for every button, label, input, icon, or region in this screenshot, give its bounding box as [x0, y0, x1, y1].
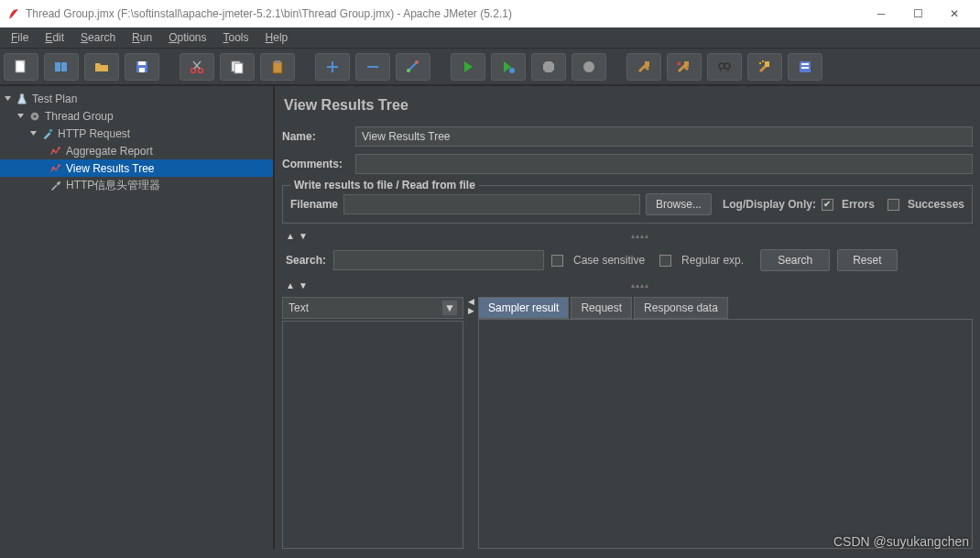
svg-rect-5 — [139, 68, 145, 72]
dropper-icon — [40, 126, 55, 141]
svg-rect-25 — [801, 67, 809, 69]
results-tree[interactable] — [282, 321, 463, 549]
menu-help[interactable]: Help — [258, 29, 296, 46]
renderer-selected: Text — [289, 301, 309, 314]
result-detail-body — [478, 319, 973, 549]
reset-search-button[interactable] — [747, 53, 782, 81]
collapse-bar-2[interactable]: ▲▼ ▴▴▴▴ — [282, 280, 973, 290]
comments-input[interactable] — [355, 154, 973, 174]
chevron-down-icon — [29, 129, 38, 137]
test-plan-tree[interactable]: Test Plan Thread Group HTTP Request Aggr… — [0, 86, 275, 549]
svg-point-27 — [33, 115, 37, 118]
triangle-left-icon: ◀ — [468, 297, 474, 306]
svg-point-19 — [724, 63, 730, 69]
search-button[interactable]: Search — [760, 249, 830, 271]
details-pane: View Results Tree Name: Comments: Write … — [275, 86, 980, 549]
name-label: Name: — [282, 130, 348, 143]
svg-rect-16 — [645, 61, 649, 67]
tree-node-viewresults[interactable]: View Results Tree — [0, 159, 273, 177]
successes-label: Successes — [908, 198, 964, 211]
svg-point-32 — [58, 164, 60, 167]
svg-rect-2 — [61, 62, 67, 71]
svg-rect-9 — [234, 63, 243, 73]
triangle-up-icon: ▲ — [286, 231, 295, 241]
start-no-pause-button[interactable] — [491, 53, 526, 81]
paste-button[interactable] — [260, 53, 295, 81]
shutdown-button[interactable] — [572, 53, 606, 81]
collapse-bar-1[interactable]: ▲▼ ▴▴▴▴ — [282, 231, 973, 240]
search-tree-button[interactable] — [707, 53, 742, 81]
clear-all-button[interactable] — [667, 53, 702, 81]
templates-button[interactable] — [44, 53, 79, 81]
case-sensitive-label: Case sensitive — [573, 254, 645, 267]
open-button[interactable] — [84, 53, 119, 81]
app-icon — [7, 7, 20, 20]
tab-response-data[interactable]: Response data — [634, 297, 728, 319]
reset-button[interactable]: Reset — [837, 249, 897, 271]
copy-button[interactable] — [220, 53, 255, 81]
menu-options[interactable]: Options — [161, 29, 213, 46]
collapse-button[interactable] — [355, 53, 390, 81]
logdisplay-label: Log/Display Only: — [723, 198, 816, 211]
filename-input[interactable] — [343, 194, 640, 214]
grip-icon: ▴▴▴▴ — [308, 232, 973, 240]
menu-tools[interactable]: Tools — [216, 29, 256, 46]
menu-search[interactable]: Search — [73, 29, 123, 46]
start-button[interactable] — [451, 53, 485, 81]
svg-point-12 — [407, 69, 410, 72]
triangle-down-icon: ▼ — [299, 231, 308, 241]
save-button[interactable] — [125, 53, 159, 81]
menu-edit[interactable]: Edit — [38, 29, 71, 46]
toolbar — [0, 48, 980, 86]
stop-button[interactable] — [531, 53, 566, 81]
search-input[interactable] — [333, 250, 544, 270]
triangle-up-icon: ▲ — [286, 280, 295, 290]
svg-point-30 — [58, 147, 60, 149]
svg-rect-24 — [801, 63, 809, 65]
clear-button[interactable] — [626, 53, 661, 81]
toggle-button[interactable] — [396, 53, 430, 81]
pane-title: View Results Tree — [284, 97, 973, 114]
svg-point-28 — [49, 128, 53, 132]
window-title: Thread Group.jmx (F:\softinstall\apache-… — [26, 7, 512, 20]
errors-label: Errors — [842, 198, 875, 211]
cut-button[interactable] — [180, 53, 214, 81]
triangle-down-icon: ▼ — [299, 280, 308, 290]
regex-label: Regular exp. — [681, 254, 744, 267]
successes-checkbox[interactable] — [887, 199, 899, 211]
tree-node-threadgroup[interactable]: Thread Group — [0, 107, 273, 125]
minimize-button[interactable]: ─ — [863, 0, 899, 27]
tree-node-httpheader[interactable]: HTTP信息头管理器 — [0, 177, 273, 194]
menu-run[interactable]: Run — [125, 29, 159, 46]
search-label: Search: — [286, 254, 326, 267]
tab-sampler-result[interactable]: Sampler result — [478, 297, 569, 319]
new-button[interactable] — [4, 53, 38, 81]
tree-node-aggregate[interactable]: Aggregate Report — [0, 142, 273, 159]
errors-checkbox[interactable] — [822, 199, 833, 211]
chart-icon — [49, 161, 63, 176]
tab-request[interactable]: Request — [571, 297, 632, 319]
menu-file[interactable]: File — [4, 29, 36, 46]
tree-node-httprequest[interactable]: HTTP Request — [0, 125, 273, 142]
svg-point-14 — [509, 68, 515, 73]
close-button[interactable]: ✕ — [936, 0, 973, 27]
tree-node-testplan[interactable]: Test Plan — [0, 90, 273, 107]
svg-rect-4 — [138, 61, 146, 65]
browse-button[interactable]: Browse... — [646, 193, 712, 215]
triangle-right-icon: ▶ — [468, 306, 474, 315]
wrench-icon — [49, 179, 63, 193]
expand-button[interactable] — [315, 53, 350, 81]
chevron-down-icon: ▼ — [442, 301, 457, 315]
maximize-button[interactable]: ☐ — [899, 0, 936, 27]
svg-point-15 — [583, 61, 594, 72]
chart-icon — [49, 144, 63, 159]
name-input[interactable] — [355, 126, 973, 147]
regex-checkbox[interactable] — [659, 255, 671, 267]
write-results-fieldset: Write results to file / Read from file F… — [282, 185, 973, 224]
watermark: CSDN @suyukangchen — [833, 534, 969, 549]
vertical-splitter[interactable]: ◀ ▶ — [467, 297, 474, 549]
svg-point-18 — [719, 63, 724, 69]
case-sensitive-checkbox[interactable] — [551, 255, 563, 267]
renderer-combo[interactable]: Text ▼ — [282, 297, 463, 319]
function-helper-button[interactable] — [788, 53, 822, 81]
